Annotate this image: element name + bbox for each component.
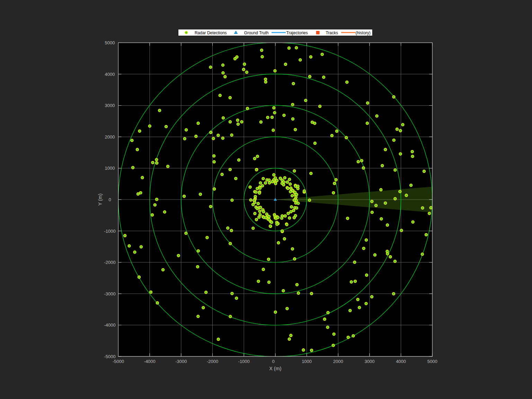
svg-text:3000: 3000: [364, 359, 374, 364]
svg-text:3000: 3000: [105, 103, 115, 108]
svg-text:5000: 5000: [427, 359, 437, 364]
svg-text:4000: 4000: [105, 72, 115, 77]
svg-text:-2000: -2000: [104, 260, 115, 265]
svg-text:-5000: -5000: [113, 359, 124, 364]
svg-text:-1000: -1000: [238, 359, 250, 364]
svg-text:-3000: -3000: [104, 291, 115, 296]
svg-text:1000: 1000: [105, 166, 115, 171]
svg-text:Ground Truth: Ground Truth: [244, 30, 269, 35]
svg-text:-5000: -5000: [104, 354, 115, 359]
svg-text:Tracks: Tracks: [326, 30, 338, 35]
svg-text:2000: 2000: [333, 359, 343, 364]
svg-text:2000: 2000: [105, 134, 115, 140]
svg-text:-3000: -3000: [175, 359, 187, 364]
svg-text:5000: 5000: [105, 40, 115, 45]
svg-text:X (m): X (m): [269, 366, 281, 371]
svg-text:-1000: -1000: [104, 229, 115, 234]
svg-text:(history): (history): [356, 30, 371, 35]
svg-text:1000: 1000: [302, 359, 312, 364]
svg-text:0: 0: [272, 359, 274, 364]
svg-text:4000: 4000: [396, 359, 406, 364]
svg-text:Y (m): Y (m): [97, 194, 103, 206]
svg-text:0: 0: [108, 197, 111, 202]
svg-text:-4000: -4000: [144, 359, 156, 364]
svg-text:-2000: -2000: [207, 359, 218, 364]
svg-text:Trajectories: Trajectories: [286, 30, 308, 35]
svg-text:-4000: -4000: [104, 322, 115, 328]
svg-text:Radar Detections: Radar Detections: [195, 30, 227, 35]
